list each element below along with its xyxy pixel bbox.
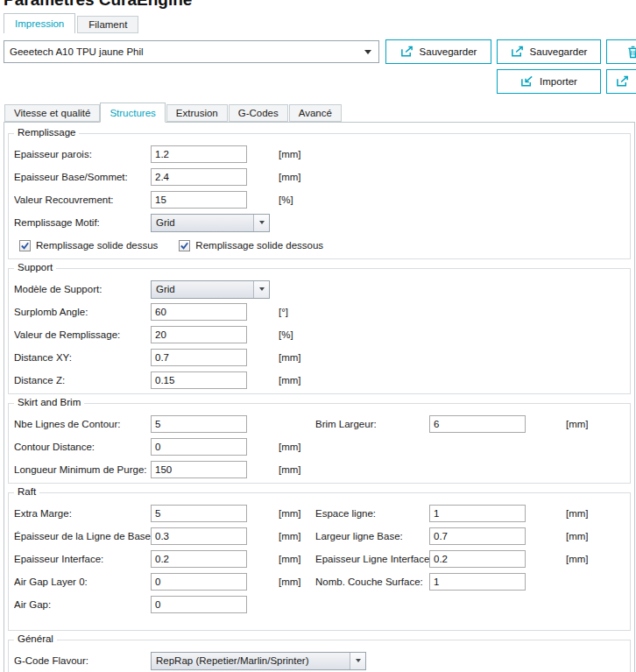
field-unit: [mm] bbox=[566, 508, 589, 519]
field-unit: [mm] bbox=[566, 531, 589, 541]
support-distance-xy-input[interactable] bbox=[151, 349, 247, 366]
chevron-down-icon bbox=[356, 659, 361, 662]
minimal-purge-length-input[interactable] bbox=[151, 461, 247, 478]
field-row: Distance Z: [mm] bbox=[14, 369, 625, 392]
raft-extra-margin-input[interactable] bbox=[151, 505, 247, 522]
field-unit: [mm] bbox=[279, 508, 308, 519]
group-title: Général bbox=[14, 633, 57, 644]
field-row: Air Gap Layer 0: [mm] Nomb. Couche Surfa… bbox=[14, 570, 625, 593]
delete-button[interactable] bbox=[606, 39, 636, 64]
field-label: Epaisseur Interface: bbox=[14, 554, 151, 564]
field-label: Air Gap Layer 0: bbox=[14, 577, 151, 587]
solid-bottom-checkbox[interactable] bbox=[179, 240, 190, 251]
field-label: Espace ligne: bbox=[315, 508, 429, 519]
support-pattern-select[interactable]: Grid bbox=[151, 280, 270, 299]
import-button-label: Importer bbox=[540, 76, 577, 87]
tab-gcodes[interactable]: G-Codes bbox=[229, 104, 288, 122]
save-button-label: Sauvegarder bbox=[420, 46, 477, 57]
field-label: Brim Largeur: bbox=[315, 419, 429, 429]
export-button[interactable] bbox=[606, 69, 636, 94]
page-title: Paramètres CuraEngine bbox=[0, 0, 368, 10]
combo-dropdown-button[interactable] bbox=[253, 215, 269, 231]
field-row: Contour Distance: [mm] bbox=[14, 435, 625, 458]
skirt-line-count-input[interactable] bbox=[151, 415, 247, 433]
field-row: Epaisseur Interface: [mm] Epaisseur Lign… bbox=[14, 548, 625, 570]
field-label: Epaisseur Ligne Interface: bbox=[315, 554, 429, 564]
field-label: Épaisseur de la Ligne de Base: bbox=[14, 531, 151, 541]
raft-line-spacing-input[interactable] bbox=[429, 505, 526, 522]
field-label: Epaisseur parois: bbox=[14, 149, 151, 159]
field-unit: [mm] bbox=[279, 464, 308, 475]
field-label: Surplomb Angle: bbox=[14, 307, 151, 317]
field-label: Longueur Minimum de Purge: bbox=[14, 464, 151, 475]
field-row: Distance XY: [mm] bbox=[14, 346, 625, 369]
wall-thickness-input[interactable] bbox=[151, 145, 247, 163]
field-unit: [°] bbox=[279, 307, 308, 317]
import-button[interactable]: Importer bbox=[497, 69, 601, 94]
raft-interface-line-thickness-input[interactable] bbox=[429, 550, 526, 568]
field-unit: [mm] bbox=[279, 442, 308, 452]
field-label: Largeur ligne Base: bbox=[315, 531, 429, 541]
field-row: Remplissage Motif: Grid bbox=[14, 211, 625, 234]
chevron-down-icon bbox=[259, 221, 265, 224]
raft-surface-layers-input[interactable] bbox=[429, 573, 526, 591]
raft-interface-thickness-input[interactable] bbox=[151, 550, 247, 568]
infill-pattern-value: Grid bbox=[152, 217, 253, 228]
gcode-flavour-value: RepRap (Repetier/Marlin/Sprinter) bbox=[152, 655, 350, 666]
group-title: Skirt and Brim bbox=[14, 397, 84, 407]
field-label: Nbe Lignes de Contour: bbox=[14, 419, 151, 429]
raft-airgap-layer0-input[interactable] bbox=[151, 573, 247, 591]
combo-dropdown-button[interactable] bbox=[253, 281, 269, 298]
combo-dropdown-button[interactable] bbox=[350, 653, 365, 669]
trash-icon bbox=[627, 46, 636, 59]
field-row: Épaisseur de la Ligne de Base: [mm] Larg… bbox=[14, 525, 625, 548]
gcode-flavour-select[interactable]: RepRap (Repetier/Marlin/Sprinter) bbox=[151, 652, 366, 670]
group-general: Général G-Code Flavour: RepRap (Repetier… bbox=[8, 640, 631, 672]
field-label: Valeur de Remplissage: bbox=[14, 329, 151, 340]
raft-base-line-width-input[interactable] bbox=[429, 527, 526, 545]
bottom-top-thickness-input[interactable] bbox=[151, 168, 247, 186]
save-button[interactable]: Sauvegarder bbox=[385, 39, 491, 64]
overhang-angle-input[interactable] bbox=[151, 303, 247, 321]
field-row: Longueur Minimum de Purge: [mm] bbox=[14, 458, 625, 481]
raft-base-thickness-input[interactable] bbox=[151, 527, 247, 545]
field-unit: [mm] bbox=[279, 352, 308, 363]
tab-vitesse-et-qualite[interactable]: Vitesse et qualité bbox=[4, 104, 100, 122]
field-row: Epaisseur parois: [mm] bbox=[14, 143, 625, 166]
field-label: G-Code Flavour: bbox=[14, 655, 151, 666]
group-skirt-brim: Skirt and Brim Nbe Lignes de Contour: Br… bbox=[8, 403, 631, 484]
tab-avance[interactable]: Avancé bbox=[289, 104, 342, 122]
profile-select-value: Geeetech A10 TPU jaune Phil bbox=[4, 46, 364, 57]
support-distance-z-input[interactable] bbox=[151, 371, 247, 389]
solid-top-checkbox[interactable] bbox=[19, 240, 31, 251]
group-title: Raft bbox=[14, 486, 39, 497]
field-row: Extra Marge: [mm] Espace ligne: [mm] bbox=[14, 502, 625, 525]
field-unit: [mm] bbox=[279, 554, 308, 564]
tab-filament[interactable]: Filament bbox=[77, 16, 138, 33]
tab-extrusion[interactable]: Extrusion bbox=[166, 104, 228, 122]
tab-impression[interactable]: Impression bbox=[4, 13, 75, 33]
field-label: Distance Z: bbox=[14, 375, 151, 386]
profile-select[interactable]: Geeetech A10 TPU jaune Phil bbox=[4, 40, 379, 63]
support-fill-input[interactable] bbox=[151, 326, 247, 343]
field-label: Modèle de Support: bbox=[14, 284, 151, 294]
raft-airgap-input[interactable] bbox=[151, 596, 247, 613]
save-as-button-label: Sauvegarder bbox=[530, 46, 588, 57]
field-unit: [mm] bbox=[279, 172, 308, 182]
skirt-distance-input[interactable] bbox=[151, 438, 247, 456]
infill-pattern-select[interactable]: Grid bbox=[151, 214, 270, 232]
field-label: Extra Marge: bbox=[14, 508, 151, 519]
check-icon bbox=[20, 241, 30, 251]
field-label: Epaisseur Base/Sommet: bbox=[14, 172, 151, 182]
export-icon bbox=[511, 46, 524, 58]
tab-structures[interactable]: Structures bbox=[100, 103, 165, 123]
infill-overlap-input[interactable] bbox=[151, 191, 247, 209]
chevron-down-icon bbox=[259, 287, 265, 291]
import-icon bbox=[520, 75, 534, 88]
field-row: Valeur Recouvrement: [%] bbox=[14, 188, 625, 211]
save-as-button[interactable]: Sauvegarder bbox=[497, 39, 601, 64]
export-icon bbox=[400, 46, 413, 58]
brim-width-input[interactable] bbox=[429, 415, 526, 433]
group-title: Support bbox=[14, 262, 56, 272]
group-support: Support Modèle de Support: Grid Surplomb… bbox=[8, 268, 631, 394]
